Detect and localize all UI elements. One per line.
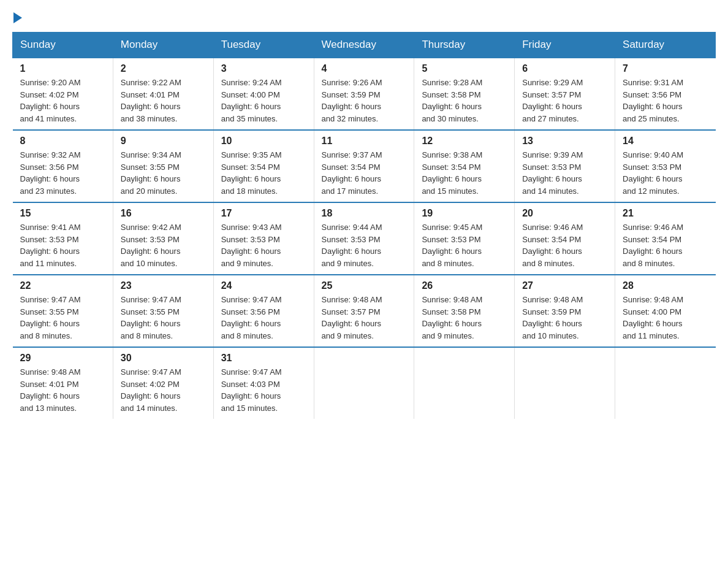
day-number: 23 [121, 280, 206, 291]
empty-cell [314, 347, 414, 419]
day-info: Sunrise: 9:37 AMSunset: 3:54 PMDaylight:… [322, 149, 407, 197]
day-number: 28 [623, 280, 708, 291]
day-info: Sunrise: 9:38 AMSunset: 3:54 PMDaylight:… [422, 149, 507, 197]
empty-cell [615, 347, 716, 419]
calendar-week-row: 15 Sunrise: 9:41 AMSunset: 3:53 PMDaylig… [13, 202, 716, 275]
day-info: Sunrise: 9:47 AMSunset: 3:56 PMDaylight:… [221, 294, 306, 342]
calendar-week-row: 8 Sunrise: 9:32 AMSunset: 3:56 PMDayligh… [13, 130, 716, 202]
column-header-wednesday: Wednesday [314, 33, 414, 58]
calendar-day-cell: 11 Sunrise: 9:37 AMSunset: 3:54 PMDaylig… [314, 130, 414, 202]
calendar-table: SundayMondayTuesdayWednesdayThursdayFrid… [12, 32, 716, 419]
day-info: Sunrise: 9:48 AMSunset: 3:58 PMDaylight:… [422, 294, 507, 342]
day-number: 18 [322, 208, 407, 219]
calendar-day-cell: 31 Sunrise: 9:47 AMSunset: 4:03 PMDaylig… [213, 347, 314, 419]
day-info: Sunrise: 9:24 AMSunset: 4:00 PMDaylight:… [221, 77, 306, 124]
calendar-day-cell: 10 Sunrise: 9:35 AMSunset: 3:54 PMDaylig… [213, 130, 314, 202]
day-info: Sunrise: 9:48 AMSunset: 3:59 PMDaylight:… [522, 294, 607, 342]
calendar-day-cell: 6 Sunrise: 9:29 AMSunset: 3:57 PMDayligh… [515, 58, 615, 130]
day-info: Sunrise: 9:42 AMSunset: 3:53 PMDaylight:… [121, 221, 206, 269]
day-info: Sunrise: 9:34 AMSunset: 3:55 PMDaylight:… [121, 149, 206, 197]
calendar-day-cell: 7 Sunrise: 9:31 AMSunset: 3:56 PMDayligh… [615, 58, 716, 130]
day-number: 3 [221, 63, 306, 74]
day-number: 12 [422, 136, 507, 147]
column-header-tuesday: Tuesday [213, 33, 314, 58]
calendar-day-cell: 30 Sunrise: 9:47 AMSunset: 4:02 PMDaylig… [113, 347, 213, 419]
calendar-day-cell: 5 Sunrise: 9:28 AMSunset: 3:58 PMDayligh… [414, 58, 515, 130]
calendar-day-cell: 25 Sunrise: 9:48 AMSunset: 3:57 PMDaylig… [314, 275, 414, 347]
calendar-week-row: 1 Sunrise: 9:20 AMSunset: 4:02 PMDayligh… [13, 58, 716, 130]
day-number: 10 [221, 136, 306, 147]
day-info: Sunrise: 9:46 AMSunset: 3:54 PMDaylight:… [623, 221, 708, 269]
logo-general [12, 12, 22, 23]
day-number: 8 [20, 136, 105, 147]
day-number: 6 [522, 63, 607, 74]
calendar-week-row: 22 Sunrise: 9:47 AMSunset: 3:55 PMDaylig… [13, 275, 716, 347]
day-info: Sunrise: 9:28 AMSunset: 3:58 PMDaylight:… [422, 77, 507, 124]
calendar-day-cell: 3 Sunrise: 9:24 AMSunset: 4:00 PMDayligh… [213, 58, 314, 130]
calendar-day-cell: 27 Sunrise: 9:48 AMSunset: 3:59 PMDaylig… [515, 275, 615, 347]
day-info: Sunrise: 9:22 AMSunset: 4:01 PMDaylight:… [121, 77, 206, 124]
column-header-saturday: Saturday [615, 33, 716, 58]
day-info: Sunrise: 9:20 AMSunset: 4:02 PMDaylight:… [20, 77, 105, 124]
calendar-header-row: SundayMondayTuesdayWednesdayThursdayFrid… [13, 33, 716, 58]
calendar-day-cell: 15 Sunrise: 9:41 AMSunset: 3:53 PMDaylig… [13, 202, 113, 275]
day-number: 1 [20, 63, 105, 74]
calendar-day-cell: 12 Sunrise: 9:38 AMSunset: 3:54 PMDaylig… [414, 130, 515, 202]
day-number: 27 [522, 280, 607, 291]
day-number: 2 [121, 63, 206, 74]
day-info: Sunrise: 9:35 AMSunset: 3:54 PMDaylight:… [221, 149, 306, 197]
day-info: Sunrise: 9:46 AMSunset: 3:54 PMDaylight:… [522, 221, 607, 269]
day-number: 7 [623, 63, 708, 74]
day-info: Sunrise: 9:41 AMSunset: 3:53 PMDaylight:… [20, 221, 105, 269]
day-number: 30 [121, 353, 206, 364]
day-number: 22 [20, 280, 105, 291]
day-info: Sunrise: 9:39 AMSunset: 3:53 PMDaylight:… [522, 149, 607, 197]
day-number: 13 [522, 136, 607, 147]
calendar-day-cell: 14 Sunrise: 9:40 AMSunset: 3:53 PMDaylig… [615, 130, 716, 202]
day-number: 17 [221, 208, 306, 219]
empty-cell [515, 347, 615, 419]
day-number: 25 [322, 280, 407, 291]
day-info: Sunrise: 9:44 AMSunset: 3:53 PMDaylight:… [322, 221, 407, 269]
day-number: 15 [20, 208, 105, 219]
day-info: Sunrise: 9:48 AMSunset: 4:01 PMDaylight:… [20, 366, 105, 414]
calendar-day-cell: 26 Sunrise: 9:48 AMSunset: 3:58 PMDaylig… [414, 275, 515, 347]
day-number: 29 [20, 353, 105, 364]
calendar-day-cell: 29 Sunrise: 9:48 AMSunset: 4:01 PMDaylig… [13, 347, 113, 419]
day-number: 21 [623, 208, 708, 219]
calendar-day-cell: 18 Sunrise: 9:44 AMSunset: 3:53 PMDaylig… [314, 202, 414, 275]
calendar-day-cell: 1 Sunrise: 9:20 AMSunset: 4:02 PMDayligh… [13, 58, 113, 130]
day-info: Sunrise: 9:31 AMSunset: 3:56 PMDaylight:… [623, 77, 708, 124]
calendar-day-cell: 4 Sunrise: 9:26 AMSunset: 3:59 PMDayligh… [314, 58, 414, 130]
empty-cell [414, 347, 515, 419]
calendar-day-cell: 19 Sunrise: 9:45 AMSunset: 3:53 PMDaylig… [414, 202, 515, 275]
day-info: Sunrise: 9:43 AMSunset: 3:53 PMDaylight:… [221, 221, 306, 269]
column-header-sunday: Sunday [13, 33, 113, 58]
day-info: Sunrise: 9:47 AMSunset: 3:55 PMDaylight:… [20, 294, 105, 342]
day-info: Sunrise: 9:48 AMSunset: 4:00 PMDaylight:… [623, 294, 708, 342]
column-header-friday: Friday [515, 33, 615, 58]
calendar-day-cell: 13 Sunrise: 9:39 AMSunset: 3:53 PMDaylig… [515, 130, 615, 202]
column-header-thursday: Thursday [414, 33, 515, 58]
day-number: 16 [121, 208, 206, 219]
day-info: Sunrise: 9:29 AMSunset: 3:57 PMDaylight:… [522, 77, 607, 124]
calendar-day-cell: 2 Sunrise: 9:22 AMSunset: 4:01 PMDayligh… [113, 58, 213, 130]
calendar-day-cell: 9 Sunrise: 9:34 AMSunset: 3:55 PMDayligh… [113, 130, 213, 202]
calendar-day-cell: 24 Sunrise: 9:47 AMSunset: 3:56 PMDaylig… [213, 275, 314, 347]
column-header-monday: Monday [113, 33, 213, 58]
calendar-day-cell: 28 Sunrise: 9:48 AMSunset: 4:00 PMDaylig… [615, 275, 716, 347]
day-info: Sunrise: 9:45 AMSunset: 3:53 PMDaylight:… [422, 221, 507, 269]
day-info: Sunrise: 9:26 AMSunset: 3:59 PMDaylight:… [322, 77, 407, 124]
calendar-day-cell: 23 Sunrise: 9:47 AMSunset: 3:55 PMDaylig… [113, 275, 213, 347]
calendar-day-cell: 17 Sunrise: 9:43 AMSunset: 3:53 PMDaylig… [213, 202, 314, 275]
day-number: 4 [322, 63, 407, 74]
day-number: 31 [221, 353, 306, 364]
calendar-week-row: 29 Sunrise: 9:48 AMSunset: 4:01 PMDaylig… [13, 347, 716, 419]
day-number: 14 [623, 136, 708, 147]
day-number: 24 [221, 280, 306, 291]
day-info: Sunrise: 9:47 AMSunset: 4:03 PMDaylight:… [221, 366, 306, 414]
day-number: 5 [422, 63, 507, 74]
day-info: Sunrise: 9:40 AMSunset: 3:53 PMDaylight:… [623, 149, 708, 197]
day-number: 19 [422, 208, 507, 219]
day-info: Sunrise: 9:48 AMSunset: 3:57 PMDaylight:… [322, 294, 407, 342]
